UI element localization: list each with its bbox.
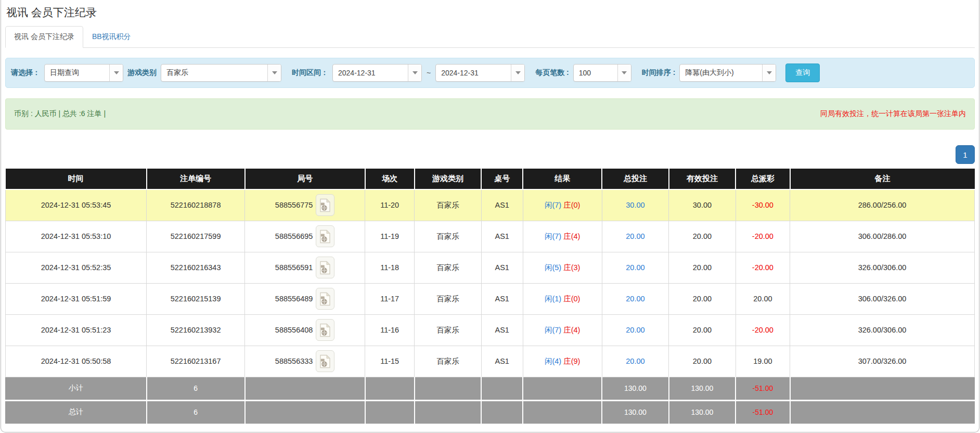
total-bet-link[interactable]: 20.00: [626, 357, 644, 365]
video-replay-button[interactable]: [316, 225, 334, 247]
total-bet-link[interactable]: 20.00: [626, 263, 644, 272]
cell-payout: -20.00: [736, 314, 790, 346]
header-bet-no: 注单编号: [147, 169, 245, 189]
header-remark: 备注: [790, 169, 975, 189]
table-row: 2024-12-31 05:50:58522160213167588556333…: [6, 346, 975, 377]
video-replay-button[interactable]: [316, 350, 334, 372]
round-no-text: 588556775: [275, 201, 313, 209]
grandtotal-row: 总计6130.00130.00-51.00: [6, 400, 975, 424]
header-total-bet: 总投注: [602, 169, 669, 189]
total-bet-link[interactable]: 20.00: [626, 232, 644, 240]
cell-total-bet: 20.00: [602, 252, 669, 283]
game-type-label: 游戏类别: [127, 68, 157, 78]
cell-total-bet: 30.00: [602, 189, 669, 221]
game-type-value: 百家乐: [161, 65, 267, 81]
cell-remark: 306.00/286.00: [790, 221, 975, 252]
cell-session: 11-20: [365, 189, 415, 221]
header-payout: 总派彩: [736, 169, 790, 189]
video-replay-button[interactable]: [316, 319, 334, 341]
total-count: 6: [147, 400, 245, 424]
cell-bet-no: 522160218878: [147, 189, 245, 221]
sort-value: 降冪(由大到小): [680, 65, 762, 81]
header-result: 结果: [523, 169, 602, 189]
chevron-down-icon[interactable]: [617, 65, 631, 81]
page-size-value: 100: [574, 65, 617, 81]
cell-round-no: 588556591: [245, 252, 365, 283]
page-button-1[interactable]: 1: [956, 145, 975, 164]
result-banker: 庄(9): [563, 357, 580, 365]
cell-session: 11-19: [365, 221, 415, 252]
result-banker: 庄(4): [563, 326, 580, 334]
cell-round-no: 588556489: [245, 283, 365, 314]
cell-time: 2024-12-31 05:51:23: [6, 314, 147, 346]
cell-round-no: 588556775: [245, 189, 365, 221]
date-range-tilde: ~: [426, 69, 431, 77]
valid-bet-sum: 130.00: [669, 400, 736, 424]
cell-session: 11-15: [365, 346, 415, 377]
video-replay-button[interactable]: [316, 257, 334, 278]
subtotal-row: 小计6130.00130.00-51.00: [6, 377, 975, 400]
filter-panel: 请选择： 日期查询 游戏类别 百家乐 时间区间： 2024-12-31 ~ 20…: [5, 58, 975, 88]
cell-game-type: 百家乐: [415, 221, 482, 252]
round-no-text: 588556695: [275, 232, 313, 240]
chevron-down-icon[interactable]: [109, 65, 123, 81]
total-bet-sum: 130.00: [602, 400, 669, 424]
total-count: 6: [147, 377, 245, 400]
payout-sum: -51.00: [736, 377, 790, 400]
cell-game-type: 百家乐: [415, 252, 482, 283]
cell-result: 闲(5) 庄(3): [523, 252, 602, 283]
cell-table-no: AS1: [481, 221, 523, 252]
table-row: 2024-12-31 05:51:23522160213932588556408…: [6, 314, 975, 346]
film-document-icon: [319, 198, 331, 212]
video-replay-button[interactable]: [316, 194, 334, 216]
result-player: 闲(5): [545, 263, 561, 272]
summary-notice: 同局有效投注，统一计算在该局第一张注单内: [820, 109, 966, 119]
date-to-value: 2024-12-31: [436, 65, 511, 81]
total-label: 小计: [6, 377, 147, 400]
cell-remark: 307.00/326.00: [790, 346, 975, 377]
total-bet-link[interactable]: 20.00: [626, 295, 644, 303]
cell-bet-no: 522160217599: [147, 221, 245, 252]
header-valid-bet: 有效投注: [669, 169, 736, 189]
valid-bet-sum: 130.00: [669, 377, 736, 400]
cell-valid-bet: 20.00: [669, 221, 736, 252]
cell-time: 2024-12-31 05:53:45: [6, 189, 147, 221]
cell-bet-no: 522160216343: [147, 252, 245, 283]
tab-video-bet-records[interactable]: 视讯 会员下注纪录: [5, 26, 83, 48]
chevron-down-icon[interactable]: [762, 65, 776, 81]
summary-totals: 币别 : 人民币 | 总共 :6 注单 |: [14, 109, 106, 119]
header-time: 时间: [6, 169, 147, 189]
query-type-select[interactable]: 日期查询: [44, 64, 123, 82]
chevron-down-icon[interactable]: [408, 65, 421, 81]
result-banker: 庄(0): [563, 295, 580, 303]
sort-label: 时间排序 :: [642, 68, 676, 78]
cell-remark: 306.00/326.00: [790, 283, 975, 314]
cell-total-bet: 20.00: [602, 346, 669, 377]
page-size-select[interactable]: 100: [573, 64, 631, 82]
cell-time: 2024-12-31 05:51:59: [6, 283, 147, 314]
game-type-select[interactable]: 百家乐: [161, 64, 281, 82]
chevron-down-icon[interactable]: [267, 65, 281, 81]
cell-valid-bet: 20.00: [669, 314, 736, 346]
cell-result: 闲(7) 庄(4): [523, 314, 602, 346]
video-replay-button[interactable]: [316, 288, 334, 310]
cell-valid-bet: 20.00: [669, 252, 736, 283]
cell-payout: 19.00: [736, 346, 790, 377]
total-bet-link[interactable]: 30.00: [626, 201, 644, 209]
table-row: 2024-12-31 05:53:10522160217599588556695…: [6, 221, 975, 252]
total-bet-sum: 130.00: [602, 377, 669, 400]
query-button[interactable]: 查询: [785, 63, 820, 82]
sort-select[interactable]: 降冪(由大到小): [679, 64, 776, 82]
tab-bb-video-points[interactable]: BB视讯积分: [83, 26, 140, 48]
film-document-icon: [319, 230, 331, 244]
round-no-text: 588556408: [275, 326, 313, 334]
cell-table-no: AS1: [481, 283, 523, 314]
date-from-select[interactable]: 2024-12-31: [332, 64, 422, 82]
cell-total-bet: 20.00: [602, 283, 669, 314]
total-bet-link[interactable]: 20.00: [626, 326, 644, 334]
film-document-icon: [319, 354, 331, 368]
chevron-down-icon[interactable]: [511, 65, 524, 81]
date-to-select[interactable]: 2024-12-31: [435, 64, 525, 82]
film-document-icon: [319, 323, 331, 337]
cell-game-type: 百家乐: [415, 189, 482, 221]
